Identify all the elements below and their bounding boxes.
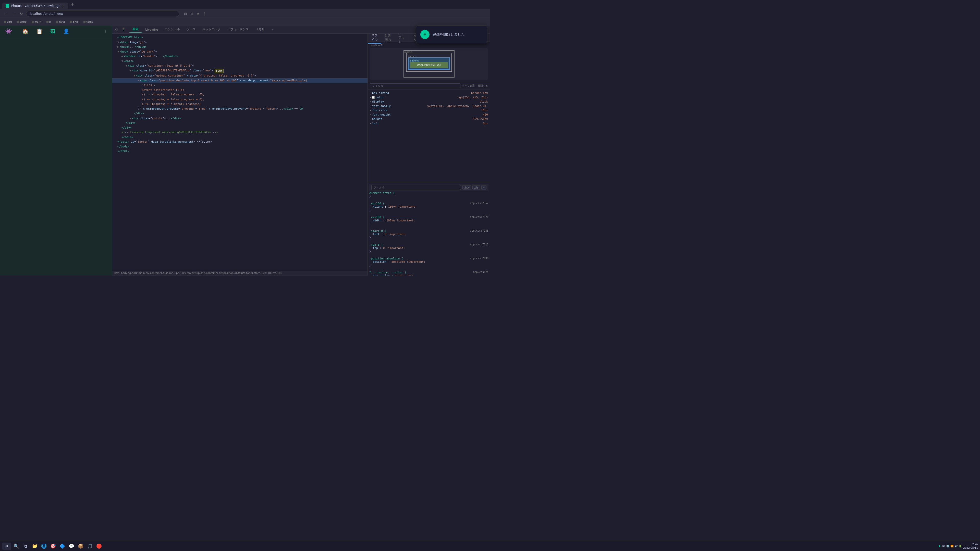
tab-performance[interactable]: パフォーマンス xyxy=(224,26,252,33)
html-line: 'files', xyxy=(112,83,368,88)
expand-icon[interactable]: ▶ xyxy=(130,116,131,121)
property-key: ▶ height xyxy=(370,118,382,121)
left-value: - xyxy=(406,73,407,75)
property-value: 16px xyxy=(481,109,488,112)
expand-icon[interactable]: ▼ xyxy=(118,50,119,54)
styles-panel: スタイル 計算済み レイアウト イベント リスナー DOM ブレークポイント プ… xyxy=(368,34,490,275)
style-rule-universal: *, ::before, ::after { app.css:74 box-si… xyxy=(369,271,488,276)
tab-console[interactable]: コンソール xyxy=(162,26,183,33)
bookmark-tools[interactable]: tools xyxy=(81,20,95,24)
bookmark-h[interactable]: h xyxy=(45,20,53,24)
property-value: border-box xyxy=(471,91,488,95)
expand-triangle-icon: ▶ xyxy=(370,92,371,94)
home-nav-icon[interactable]: 🏠 xyxy=(22,28,29,35)
recording-notification: 録画を開始しました xyxy=(416,25,487,43)
tab-livewire[interactable]: Livewire xyxy=(142,27,161,32)
star-icon[interactable]: ☆ xyxy=(189,11,195,16)
extensions-icon[interactable]: ⊡ xyxy=(183,11,188,16)
html-line[interactable]: ▶ <header id =" header "> ... </header> xyxy=(112,54,368,59)
show-all-label[interactable]: すべて表示 xyxy=(462,84,475,87)
tab-elements[interactable]: 要素 xyxy=(129,26,142,33)
app-header: 👾 🏠 📋 🖼 👤 ⋮ xyxy=(0,25,112,37)
computed-item-left[interactable]: ▶ left 0px xyxy=(370,121,488,125)
selected-html-line[interactable]: ▼ <div class =" position-absolute top-0 … xyxy=(112,78,368,83)
html-line[interactable]: )" x-on:dragover.prevent =" droping = tr… xyxy=(112,106,368,111)
address-bar[interactable]: localhost/photo/index xyxy=(26,11,179,17)
tab-sources[interactable]: ソース xyxy=(183,26,199,33)
html-line[interactable]: ▼ <div class =" container-fluid mt-5 pt-… xyxy=(112,64,368,68)
tab-network[interactable]: ネットワーク xyxy=(199,26,224,33)
expand-triangle-icon: ▶ xyxy=(370,114,371,116)
computed-filter-input[interactable] xyxy=(370,83,460,88)
new-tab-button[interactable]: + xyxy=(68,0,76,8)
refresh-button[interactable]: ↻ xyxy=(18,11,24,17)
expand-icon[interactable]: ▼ xyxy=(121,59,123,64)
expand-icon[interactable]: ▼ xyxy=(130,68,131,73)
computed-item-font-size[interactable]: ▶ font-size 16px xyxy=(370,108,488,113)
user-nav-icon[interactable]: 👤 xyxy=(63,28,69,35)
add-style-button[interactable]: + xyxy=(481,185,487,190)
styles-filter-input[interactable] xyxy=(371,185,461,190)
expand-icon[interactable]: ▼ xyxy=(118,40,119,44)
html-line: <footer id =" footer " data-turbolinks-p… xyxy=(112,140,368,144)
app-body xyxy=(0,37,112,275)
html-line[interactable]: ▼ <div wire:id =" gG2BJ81F4piTZkFBAFzu "… xyxy=(112,68,368,74)
expand-icon[interactable]: ▼ xyxy=(134,74,135,78)
bookmark-icon xyxy=(56,21,58,23)
computed-item-color[interactable]: ▶ color rgb(255, 255, 255) xyxy=(370,95,488,100)
html-line: $event.dataTransfer.files, xyxy=(112,88,368,93)
expand-icon[interactable]: ▶ xyxy=(121,54,123,59)
html-line[interactable]: </div> xyxy=(112,111,368,116)
position-info: position 0 xyxy=(370,44,383,47)
html-line[interactable]: ▶ <div class =" col-12 "> ... </div> xyxy=(112,116,368,121)
bookmark-sns[interactable]: SNS xyxy=(68,20,80,24)
html-line[interactable]: ▼ <main> xyxy=(112,59,368,64)
devtools-left-icons: ⬡ 📱 xyxy=(114,27,127,32)
cls-button[interactable]: .cls xyxy=(473,185,480,190)
tab-memory[interactable]: メモリ xyxy=(252,26,268,33)
back-button[interactable]: ← xyxy=(2,11,9,17)
tab-more[interactable]: » xyxy=(268,27,276,32)
hov-button[interactable]: :hov xyxy=(463,185,471,190)
bookmark-site[interactable]: site xyxy=(2,20,14,24)
bookmark-navi[interactable]: navi xyxy=(54,20,67,24)
html-line[interactable]: ▼ <body class =" bg-dark "> xyxy=(112,49,368,54)
html-line[interactable]: ▶ <head> ... </head> xyxy=(112,44,368,49)
active-tab[interactable]: Photos - variant3la's Knowledge ✕ xyxy=(2,3,68,9)
html-panel: <!DOCTYPE html> ▼ <html lang =" ja "> ▶ xyxy=(112,34,368,275)
expand-triangle-icon: ▶ xyxy=(370,96,371,98)
inspect-icon[interactable]: ⬡ xyxy=(114,27,119,32)
computed-item-display[interactable]: ▶ display block xyxy=(370,100,488,104)
style-rule-vh100: .vh-100 { app.css:7352 height : 100vh !i… xyxy=(369,202,488,212)
device-icon[interactable]: 📱 xyxy=(120,27,127,32)
bookmark-work[interactable]: work xyxy=(30,20,43,24)
app-more-icon[interactable]: ⋮ xyxy=(104,30,107,33)
html-content[interactable]: <!DOCTYPE html> ▼ <html lang =" ja "> ▶ xyxy=(112,34,368,271)
expand-icon[interactable]: ▼ xyxy=(126,64,127,68)
menu-icon[interactable]: ⋮ xyxy=(201,11,207,16)
group-label[interactable]: 分類する xyxy=(478,84,488,87)
computed-item-font-family[interactable]: ▶ font-family system-ui, -apple-system, … xyxy=(370,104,488,108)
tab-close-button[interactable]: ✕ xyxy=(62,5,64,7)
photo-nav-icon[interactable]: 🖼 xyxy=(50,28,56,35)
color-swatch-icon xyxy=(372,96,375,99)
profile-icon[interactable]: A xyxy=(196,11,200,16)
expand-icon[interactable]: ▼ xyxy=(138,79,140,83)
computed-item-font-weight[interactable]: ▶ font-weight 400 xyxy=(370,113,488,117)
property-value: 859.556px xyxy=(473,118,488,121)
html-line[interactable]: ▼ <div class =" upload-container " x-dat… xyxy=(112,73,368,78)
flex-badge: flex xyxy=(215,68,224,73)
expand-icon[interactable]: ▶ xyxy=(118,45,119,49)
forward-button[interactable]: → xyxy=(10,11,17,17)
table-nav-icon[interactable]: 📋 xyxy=(36,28,43,35)
bookmark-shop[interactable]: shop xyxy=(15,20,29,24)
html-line: </div> xyxy=(112,121,368,125)
property-key: ▶ display xyxy=(370,100,384,103)
position-value: 0 xyxy=(381,44,383,47)
breadcrumb-text: html body.bg-dark main div.container-flu… xyxy=(115,272,282,275)
html-line[interactable]: ▼ <html lang =" ja "> xyxy=(112,40,368,45)
computed-item-box-sizing[interactable]: ▶ box-sizing border-box xyxy=(370,91,488,95)
bookmark-icon xyxy=(17,21,19,23)
computed-item-height[interactable]: ▶ height 859.556px xyxy=(370,117,488,121)
padding-label: padding xyxy=(410,59,448,62)
